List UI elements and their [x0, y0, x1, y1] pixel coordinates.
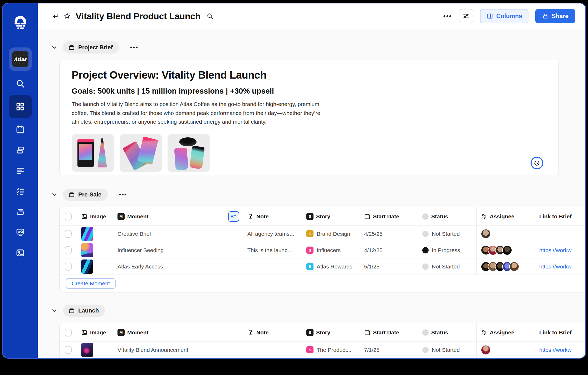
- column-header-image[interactable]: Image: [90, 329, 106, 336]
- row-checkbox[interactable]: [65, 246, 72, 254]
- table-row[interactable]: Influencer Seeding This is the launc... …: [60, 242, 585, 258]
- story-name[interactable]: Brand Design: [317, 231, 350, 237]
- moment-thumbnail[interactable]: [81, 227, 93, 241]
- collapse-chevron-icon[interactable]: [50, 190, 59, 199]
- row-checkbox[interactable]: [65, 346, 72, 354]
- top-bar: Vitality Blend Product Launch •••: [38, 3, 585, 29]
- column-header-moment[interactable]: Moment: [127, 213, 149, 220]
- section-more-button[interactable]: •••: [119, 191, 127, 198]
- start-date[interactable]: 4/25/25: [364, 231, 383, 237]
- row-checkbox[interactable]: [65, 230, 72, 238]
- column-header-story[interactable]: Story: [316, 329, 330, 336]
- sidebar-divider: [3, 40, 38, 40]
- start-date[interactable]: 7/1/25: [364, 347, 379, 353]
- share-button[interactable]: Share: [535, 9, 575, 23]
- board-pill-launch[interactable]: Launch: [63, 305, 105, 317]
- column-header-link-to-brief[interactable]: Link to Brief: [539, 213, 572, 220]
- column-header-start-date[interactable]: Start Date: [373, 329, 399, 336]
- moment-thumbnail[interactable]: [81, 343, 93, 357]
- coffee-box: [137, 136, 158, 165]
- avatar: [502, 245, 512, 255]
- assignee-avatars[interactable]: [481, 345, 491, 355]
- sliders-icon: [462, 12, 470, 20]
- assignee-avatars[interactable]: [481, 245, 512, 255]
- table-row[interactable]: Atlas Early Access S Atlas Rewards 5/1/2…: [60, 258, 585, 275]
- sidebar-item-apps[interactable]: [9, 95, 32, 118]
- start-date[interactable]: 4/12/25: [364, 247, 383, 253]
- note-text[interactable]: This is the launc...: [247, 247, 292, 253]
- brief-description: The launch of Vitality Blend aims to pos…: [72, 100, 322, 126]
- column-header-note[interactable]: Note: [256, 213, 269, 220]
- moment-thumbnail[interactable]: [81, 243, 93, 257]
- column-header-link-to-brief[interactable]: Link to Brief: [539, 329, 572, 336]
- board-icon: [68, 191, 75, 198]
- columns-button-label: Columns: [496, 13, 522, 20]
- sidebar-item-feed[interactable]: [9, 160, 32, 181]
- collapse-chevron-icon[interactable]: [50, 306, 59, 315]
- collapse-chevron-icon[interactable]: [50, 43, 59, 52]
- sidebar-item-workspace-atlas[interactable]: Atlas: [9, 47, 32, 71]
- column-header-start-date[interactable]: Start Date: [373, 213, 399, 220]
- column-header-link[interactable]: Assignee: [490, 213, 514, 220]
- row-checkbox[interactable]: [65, 263, 72, 271]
- moment-name[interactable]: Creative Brief: [117, 231, 151, 237]
- moment-thumbnail[interactable]: [81, 259, 93, 274]
- version-history-button[interactable]: [531, 157, 543, 169]
- link-to-brief[interactable]: https://workw: [539, 247, 572, 253]
- sidebar-item-presentation[interactable]: [9, 222, 32, 243]
- brief-image-cups[interactable]: [168, 134, 210, 172]
- page-title: Vitality Blend Product Launch: [76, 11, 200, 21]
- status-label[interactable]: Not Started: [432, 231, 460, 237]
- status-label[interactable]: Not Started: [432, 347, 460, 353]
- status-label[interactable]: In Progress: [432, 247, 460, 253]
- assignee-avatars[interactable]: [481, 262, 519, 272]
- moment-name[interactable]: VItality Blend Announcement: [117, 347, 188, 353]
- link-to-brief[interactable]: https://workw: [539, 347, 572, 353]
- sidebar-item-desk[interactable]: [9, 201, 32, 222]
- view-settings-button[interactable]: [459, 9, 473, 23]
- column-header-story[interactable]: Story: [316, 213, 330, 220]
- story-name[interactable]: Influecers: [317, 247, 341, 253]
- status-label[interactable]: Not Started: [432, 263, 460, 270]
- air-logo[interactable]: [11, 13, 30, 31]
- link-to-brief[interactable]: https://workw: [539, 263, 572, 270]
- columns-button[interactable]: Columns: [480, 9, 528, 23]
- brief-image-boxes[interactable]: [120, 134, 162, 172]
- moment-name[interactable]: Atlas Early Access: [117, 263, 163, 270]
- back-button[interactable]: [50, 10, 61, 22]
- column-header-image[interactable]: Image: [90, 213, 106, 220]
- brief-image-pouches[interactable]: [72, 134, 114, 172]
- favorite-star-button[interactable]: [61, 10, 73, 22]
- column-header-status[interactable]: Status: [431, 213, 448, 220]
- image-column-icon: [81, 329, 87, 336]
- column-header-note[interactable]: Note: [256, 329, 269, 336]
- table-row[interactable]: VItality Blend Announcement S The Produc…: [60, 342, 585, 358]
- sidebar-item-calendar[interactable]: [9, 119, 32, 140]
- assignee-avatars[interactable]: [481, 229, 491, 239]
- column-header-status[interactable]: Status: [431, 329, 448, 336]
- sort-button[interactable]: [228, 211, 239, 222]
- sidebar-item-media[interactable]: [9, 243, 32, 263]
- sidebar-item-tasks[interactable]: [9, 181, 32, 201]
- create-moment-button[interactable]: Create Moment: [66, 278, 116, 289]
- start-date[interactable]: 5/1/25: [364, 263, 379, 270]
- moment-name[interactable]: Influencer Seeding: [117, 247, 164, 253]
- note-text[interactable]: All agency teams...: [247, 231, 294, 237]
- status-dot: [422, 263, 429, 270]
- board-pill-project-brief[interactable]: Project Brief: [63, 41, 119, 54]
- sidebar-item-search[interactable]: [9, 73, 32, 94]
- sidebar-item-collections[interactable]: [9, 140, 32, 160]
- board-pill-label: Project Brief: [78, 44, 113, 51]
- header-more-button[interactable]: •••: [443, 13, 452, 20]
- launch-table: Image M Moment Note S Story Start Date: [59, 323, 585, 358]
- select-all-checkbox[interactable]: [65, 329, 72, 336]
- column-header-assignee[interactable]: Assignee: [490, 329, 514, 336]
- table-row[interactable]: Creative Brief All agency teams... S Bra…: [60, 226, 585, 242]
- board-pill-presale[interactable]: Pre-Sale: [63, 189, 108, 201]
- story-name[interactable]: The Product...: [317, 347, 351, 353]
- title-search-button[interactable]: [204, 10, 216, 22]
- section-more-button[interactable]: •••: [130, 44, 138, 51]
- select-all-checkbox[interactable]: [65, 213, 72, 220]
- story-name[interactable]: Atlas Rewards: [317, 263, 352, 270]
- column-header-moment[interactable]: Moment: [127, 329, 149, 336]
